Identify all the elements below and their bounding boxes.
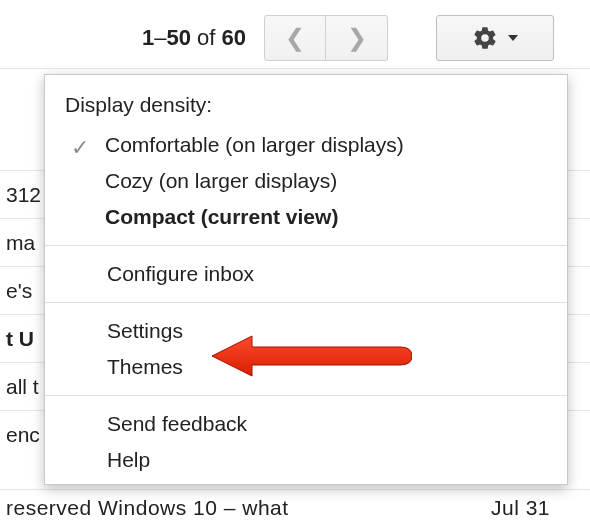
- settings-dropdown: Display density: ✓ Comfortable (on large…: [44, 74, 568, 485]
- density-comfortable[interactable]: ✓ Comfortable (on larger displays): [45, 127, 567, 163]
- menu-separator: [45, 395, 567, 396]
- menu-item-label: Compact (current view): [105, 205, 338, 228]
- next-page-button[interactable]: ❯: [326, 15, 388, 61]
- menu-item-label: Configure inbox: [107, 262, 254, 285]
- pagination-count: 1–50 of 60: [142, 25, 246, 51]
- menu-item-label: Settings: [107, 319, 183, 342]
- menu-separator: [45, 245, 567, 246]
- menu-item-label: Comfortable (on larger displays): [105, 133, 404, 156]
- menu-item-label: Themes: [107, 355, 183, 378]
- density-cozy[interactable]: Cozy (on larger displays): [45, 163, 567, 199]
- toolbar: 1–50 of 60 ❮ ❯: [0, 10, 590, 66]
- configure-inbox[interactable]: Configure inbox: [45, 256, 567, 292]
- menu-separator: [45, 302, 567, 303]
- density-header: Display density:: [45, 75, 567, 127]
- settings-gear-button[interactable]: [436, 15, 554, 61]
- gear-icon: [472, 25, 498, 51]
- chevron-right-icon: ❯: [347, 26, 367, 50]
- check-icon: ✓: [71, 135, 89, 161]
- help-item[interactable]: Help: [45, 442, 567, 478]
- density-compact[interactable]: Compact (current view): [45, 199, 567, 235]
- mail-date: Jul 31: [491, 496, 550, 520]
- menu-item-label: Cozy (on larger displays): [105, 169, 337, 192]
- mail-subject-fragment: reserved Windows 10 – what: [6, 496, 289, 520]
- themes-item[interactable]: Themes: [45, 349, 567, 385]
- chevron-left-icon: ❮: [285, 26, 305, 50]
- toolbar-separator: [0, 68, 590, 69]
- pagination-nav: ❮ ❯: [264, 15, 388, 61]
- list-item: reserved Windows 10 – what Jul 31: [0, 489, 590, 520]
- prev-page-button[interactable]: ❮: [264, 15, 326, 61]
- dropdown-caret-icon: [508, 35, 518, 41]
- send-feedback-item[interactable]: Send feedback: [45, 406, 567, 442]
- menu-item-label: Help: [107, 448, 150, 471]
- settings-item[interactable]: Settings: [45, 313, 567, 349]
- menu-item-label: Send feedback: [107, 412, 247, 435]
